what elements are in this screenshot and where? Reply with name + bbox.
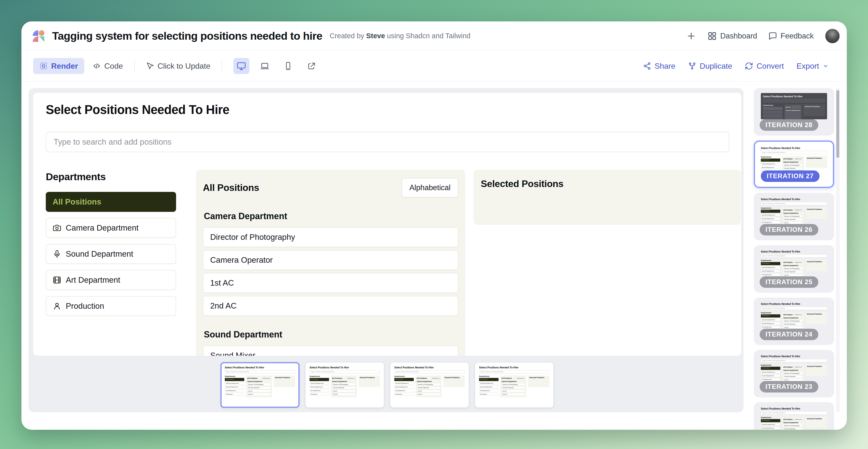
header-actions: Dashboard Feedback bbox=[686, 29, 840, 43]
mini-preview-part: All PositionsAlphabetical bbox=[332, 377, 355, 380]
mini-preview-part: Camera Department bbox=[761, 214, 780, 217]
share-button[interactable]: Share bbox=[643, 62, 675, 71]
version-thumbnail-1[interactable]: Select Positions Needed To HireType to s… bbox=[220, 362, 300, 408]
code-tab[interactable]: Code bbox=[93, 62, 123, 71]
mini-preview-part: 1st AC bbox=[332, 390, 355, 392]
duplicate-button[interactable]: Duplicate bbox=[688, 62, 732, 71]
iteration-badge: ITERATION 26 bbox=[760, 224, 818, 235]
dashboard-icon bbox=[708, 31, 717, 41]
mini-preview-part: All Positions bbox=[783, 419, 793, 420]
mini-preview: Select Positions Needed To HireType to s… bbox=[225, 366, 295, 397]
convert-button[interactable]: Convert bbox=[745, 62, 784, 71]
mini-preview-part: Alphabetical bbox=[346, 377, 355, 380]
department-all-positions[interactable]: All Positions bbox=[46, 192, 176, 212]
mini-preview-part: All PositionsAlphabetical bbox=[783, 157, 803, 160]
mobile-view-button[interactable] bbox=[280, 58, 296, 74]
mini-preview-part: Camera Operator bbox=[247, 386, 271, 389]
mobile-icon bbox=[283, 61, 293, 71]
mini-preview-part: Alphabetical bbox=[261, 377, 271, 380]
open-window-button[interactable] bbox=[304, 58, 319, 74]
mini-preview: Select Positions Needed To HireType to s… bbox=[479, 366, 550, 397]
new-project-button[interactable] bbox=[686, 31, 696, 41]
positions-panel-header: All Positions Alphabetical bbox=[203, 178, 458, 197]
mini-preview-part: All Positions bbox=[785, 106, 790, 108]
mic-icon bbox=[53, 250, 61, 258]
mini-preview-part: All Positions bbox=[761, 262, 780, 265]
mini-preview-part: Selected Positions bbox=[806, 156, 827, 168]
user-icon bbox=[53, 302, 61, 311]
position-item-2nd-ac[interactable]: 2nd AC bbox=[203, 296, 458, 316]
position-item-director-of-photography[interactable]: Director of Photography bbox=[203, 227, 458, 247]
position-item-camera-operator[interactable]: Camera Operator bbox=[203, 250, 458, 270]
mini-preview-part: Selected Positions bbox=[274, 376, 295, 387]
mini-preview-part: Camera Department bbox=[783, 161, 803, 163]
iteration-card-iteration-27[interactable]: Select Positions Needed To HireType to s… bbox=[754, 140, 834, 188]
mini-preview-part: Select Positions Needed To Hire bbox=[763, 95, 825, 98]
department-production[interactable]: Production bbox=[46, 296, 176, 316]
positions-groups: Camera DepartmentDirector of Photography… bbox=[203, 211, 458, 356]
mini-preview-part: Select Positions Needed To Hire bbox=[761, 302, 827, 305]
iteration-card-iteration-24[interactable]: Select Positions Needed To HireType to s… bbox=[754, 297, 834, 345]
mini-preview-part: All Positions bbox=[479, 378, 499, 381]
iteration-card-iteration-26[interactable]: Select Positions Needed To HireType to s… bbox=[754, 193, 834, 240]
mini-preview-part: Director of Photography bbox=[501, 383, 525, 386]
department-art-department[interactable]: Art Department bbox=[46, 270, 176, 290]
iteration-card-iteration-28[interactable]: Select Positions Needed To HireType to s… bbox=[754, 88, 834, 136]
export-button[interactable]: Export bbox=[797, 62, 829, 71]
mini-preview: Select Positions Needed To HireType to s… bbox=[310, 366, 380, 397]
user-avatar[interactable] bbox=[825, 29, 840, 43]
iteration-preview: Select Positions Needed To HireType to s… bbox=[761, 93, 827, 119]
dashboard-button[interactable]: Dashboard bbox=[708, 31, 757, 41]
version-thumbnail-2[interactable]: Select Positions Needed To HireType to s… bbox=[305, 362, 384, 408]
mini-preview-part: All PositionsAlphabetical bbox=[783, 365, 803, 368]
iteration-card-partial[interactable]: Select Positions Needed To HireType to s… bbox=[754, 402, 834, 430]
mini-preview-part: DepartmentsAll PositionsCamera Departmen… bbox=[761, 417, 780, 430]
department-camera-department[interactable]: Camera Department bbox=[46, 218, 176, 238]
mini-preview-part: All Positions bbox=[761, 159, 780, 162]
department-sound-department[interactable]: Sound Department bbox=[46, 244, 176, 264]
project-title: Tagging system for selecting positions n… bbox=[52, 30, 322, 42]
mini-preview-part: DepartmentsAll PositionsCamera Departmen… bbox=[763, 104, 825, 119]
mini-preview-part: Departments bbox=[761, 156, 780, 158]
mini-preview-part: All Positions bbox=[783, 209, 793, 211]
iteration-card-iteration-25[interactable]: Select Positions Needed To HireType to s… bbox=[754, 245, 834, 293]
departments-list: All PositionsCamera DepartmentSound Depa… bbox=[46, 192, 176, 316]
iteration-preview: Select Positions Needed To HireType to s… bbox=[761, 407, 827, 430]
laptop-view-button[interactable] bbox=[257, 58, 273, 74]
mini-preview-part: Type to search and add positions bbox=[761, 151, 827, 154]
mini-preview-part: Alphabetical bbox=[794, 261, 803, 264]
logo-icon[interactable] bbox=[33, 30, 44, 42]
mini-preview-part: DepartmentsAll PositionsCamera Departmen… bbox=[763, 104, 782, 119]
render-tab[interactable]: Render bbox=[33, 58, 84, 74]
feedback-icon bbox=[768, 32, 777, 40]
iteration-card-iteration-23[interactable]: Select Positions Needed To HireType to s… bbox=[754, 350, 834, 397]
mini-preview-part: Camera Operator bbox=[783, 427, 803, 430]
position-item-1st-ac[interactable]: 1st AC bbox=[203, 273, 458, 293]
mini-preview-part: Director of Photography bbox=[783, 424, 803, 427]
desktop-view-button[interactable] bbox=[233, 58, 249, 74]
mini-preview-part: All PositionsAlphabetical bbox=[417, 377, 440, 380]
position-item-sound-mixer[interactable]: Sound Mixer bbox=[203, 346, 458, 356]
feedback-button[interactable]: Feedback bbox=[768, 32, 814, 40]
version-thumbnail-4[interactable]: Select Positions Needed To HireType to s… bbox=[475, 362, 554, 408]
film-icon bbox=[53, 276, 61, 284]
mini-preview-part: Production bbox=[394, 393, 414, 396]
mini-preview-part: All Positions bbox=[225, 378, 244, 381]
departments-heading: Departments bbox=[46, 171, 176, 183]
mini-preview-part: Alphabetical bbox=[794, 157, 803, 160]
device-toggle-group bbox=[233, 58, 319, 74]
version-thumbnail-3[interactable]: Select Positions Needed To HireType to s… bbox=[390, 362, 469, 408]
mini-preview-part: Sound Department bbox=[761, 269, 780, 272]
search-input[interactable] bbox=[46, 132, 729, 152]
mini-preview-part: Sound Department bbox=[761, 322, 780, 325]
mini-preview-part: Sound Department bbox=[479, 385, 499, 388]
mini-preview-part: All PositionsAlphabetical bbox=[501, 377, 525, 380]
mini-preview-part: All Positions bbox=[763, 107, 782, 110]
mini-preview-part: Departments bbox=[763, 104, 782, 106]
mini-preview-part: DepartmentsAll PositionsCamera Departmen… bbox=[479, 376, 499, 396]
click-to-update-button[interactable]: Click to Update bbox=[146, 62, 210, 71]
sidebar-scrollbar-thumb[interactable] bbox=[836, 90, 839, 158]
sort-alphabetical-button[interactable]: Alphabetical bbox=[402, 178, 458, 197]
mini-preview-part: Sound Department bbox=[761, 166, 780, 169]
mini-preview-part: Selected Positions bbox=[444, 377, 463, 378]
